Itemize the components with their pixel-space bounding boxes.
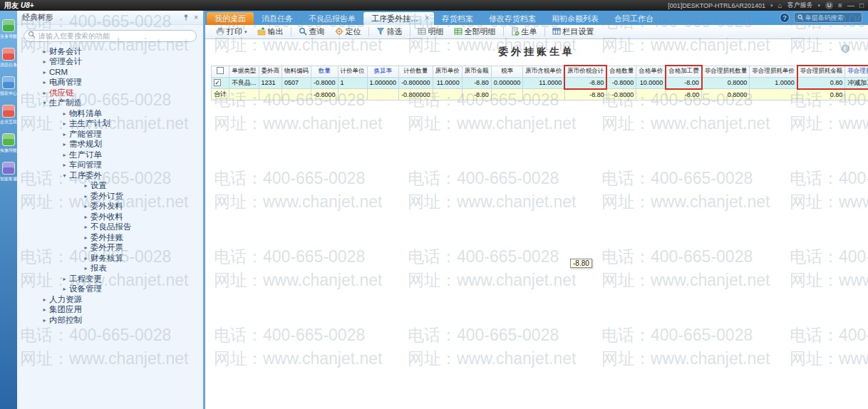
menu-icon[interactable]: ≡ (838, 1, 842, 9)
table-cell[interactable]: 1231 (259, 77, 282, 89)
chevron-right-icon[interactable]: ▸ (40, 90, 49, 96)
column-header[interactable]: 非合理损耗数量 (702, 66, 750, 77)
tree-item[interactable]: ▸委外订货 (17, 191, 203, 202)
chevron-right-icon[interactable]: ▸ (40, 79, 49, 86)
row-checkbox[interactable]: ✓ (214, 79, 221, 86)
tree-item[interactable]: ▾生产制造 (17, 98, 203, 109)
tab-desktop[interactable]: 我的桌面 (207, 12, 254, 25)
chevron-right-icon[interactable]: ▸ (60, 141, 69, 147)
table-cell[interactable]: 1.0000 (750, 77, 797, 89)
tree-item[interactable]: ▾工序委外 (17, 170, 203, 181)
column-header[interactable]: 原币单价 (433, 66, 462, 77)
table-cell[interactable]: -8.80 (564, 77, 606, 89)
chevron-right-icon[interactable]: ▸ (81, 244, 91, 251)
chevron-right-icon[interactable]: ▸ (40, 48, 49, 55)
table-cell[interactable]: -8.80 (462, 77, 491, 89)
chevron-right-icon[interactable]: ▸ (81, 255, 91, 262)
table-cell[interactable]: 冲减加工费（-） (845, 77, 868, 89)
table-cell[interactable]: -0.8000 (606, 77, 636, 89)
customer-service-link[interactable]: 客户服务 (787, 1, 813, 10)
chevron-down-icon[interactable]: ▾ (40, 100, 49, 106)
tree-item[interactable]: ▸内部控制 (17, 315, 203, 326)
column-header[interactable]: 原币金额 (462, 66, 491, 77)
tab-item[interactable]: 期初余额列表 (544, 12, 606, 25)
table-cell[interactable]: 1.000000 (367, 77, 399, 89)
all-detail-button[interactable]: 全部明细 (449, 26, 501, 38)
tree-item[interactable]: ▸委外发料 (17, 202, 203, 212)
chevron-right-icon[interactable]: ▸ (60, 286, 69, 292)
tree-item[interactable]: ▸管理会计 (17, 57, 203, 68)
table-cell[interactable]: 11.0000 (523, 77, 565, 89)
table-cell[interactable]: 不良品... (229, 77, 259, 89)
tree-item[interactable]: ▸需求规划 (17, 140, 203, 150)
column-header[interactable]: 计价数量 (399, 66, 433, 77)
column-header[interactable]: 原币价税合计 (564, 66, 606, 77)
locate-button[interactable]: 定位 (330, 26, 366, 38)
chevron-right-icon[interactable]: ▸ (40, 69, 49, 76)
table-cell[interactable]: -0.8000 (311, 77, 339, 89)
tree-item[interactable]: ▸工程变更 (17, 274, 203, 284)
tree-item[interactable]: ▸供应链 (17, 88, 203, 98)
column-header[interactable]: 计价单位 (338, 66, 367, 77)
table-cell[interactable]: 11.0000 (433, 77, 462, 89)
chevron-right-icon[interactable]: ▸ (60, 162, 69, 168)
table-cell[interactable]: 0507 (282, 77, 311, 89)
function-search-input[interactable] (24, 30, 197, 42)
tree-item[interactable]: ▸主生产计划 (17, 119, 203, 130)
chevron-down-icon[interactable]: ▾ (60, 172, 69, 179)
tab-item[interactable]: 合同工作台 (606, 12, 661, 25)
select-all-header[interactable] (212, 66, 229, 77)
chevron-right-icon[interactable]: ▸ (81, 182, 91, 189)
column-header[interactable]: 合格数量 (606, 66, 636, 77)
tab-item[interactable]: 不良品报告单 (301, 12, 363, 25)
tree-item[interactable]: ▸人力资源 (17, 294, 203, 305)
header-checkbox[interactable] (217, 67, 224, 74)
chevron-down-icon[interactable]: ▾ (244, 29, 247, 35)
chevron-right-icon[interactable]: ▸ (40, 296, 49, 303)
chevron-right-icon[interactable]: ▸ (60, 120, 69, 127)
tree-item[interactable]: ▸委外开票 (17, 243, 203, 254)
tree-item[interactable]: ▸CRM (17, 67, 203, 78)
tab-item[interactable]: 存货档案 (434, 12, 481, 25)
column-setup-button[interactable]: 栏目设置 (547, 26, 599, 38)
column-header[interactable]: 单据类型 (229, 66, 259, 77)
tree-item[interactable]: ▸财务会计 (17, 46, 203, 57)
strip-item-report-center[interactable]: 报表中心 (0, 76, 17, 97)
table-cell[interactable]: 10.0000 (636, 77, 666, 89)
table-cell[interactable]: -8.00 (666, 77, 702, 89)
column-header[interactable]: 委外商 (259, 66, 282, 77)
column-header[interactable]: 物料编码 (282, 66, 311, 77)
tree-item[interactable]: ▸委外挂账 (17, 232, 203, 243)
strip-item-smart-service[interactable]: 智能客服 (0, 162, 17, 182)
column-header[interactable]: 换算率 (367, 66, 399, 77)
tree-item[interactable]: ▸设备管理 (17, 284, 203, 295)
tree-item[interactable]: ▸产能管理 (17, 129, 203, 140)
table-cell[interactable]: 0.8000 (702, 77, 750, 89)
table-cell[interactable]: 0.80 (797, 77, 845, 89)
table-cell[interactable]: 0.000000 (491, 77, 523, 89)
home-icon[interactable]: ⌂ (778, 1, 782, 9)
chevron-right-icon[interactable]: ▸ (81, 224, 91, 230)
chevron-right-icon[interactable]: ▸ (81, 203, 91, 209)
table-cell[interactable]: 1 (338, 77, 367, 89)
column-header[interactable]: 非合理损耗金额 (797, 66, 845, 77)
column-header[interactable]: 数量 (311, 66, 339, 77)
service-caret-icon[interactable]: ▾ (818, 3, 821, 9)
chevron-right-icon[interactable]: ▸ (60, 110, 69, 117)
barcode-search-input[interactable] (805, 14, 859, 21)
table-cell[interactable]: ✓ (212, 77, 229, 89)
user-caret-icon[interactable]: ▾ (770, 3, 773, 9)
tree-item[interactable]: ▸报表 (17, 264, 203, 274)
table-cell[interactable]: -0.800000 (399, 77, 433, 89)
maximize-button[interactable]: □ (859, 1, 864, 9)
minimize-button[interactable]: — (847, 1, 854, 9)
tab-active[interactable]: 工序委外挂…× (363, 12, 434, 25)
strip-item-message-task[interactable]: 消息任务 (0, 48, 17, 68)
chevron-right-icon[interactable]: ▸ (40, 58, 49, 65)
grid-settings-icon[interactable] (842, 45, 849, 53)
chevron-right-icon[interactable]: ▸ (81, 234, 91, 241)
sidebar-close-icon[interactable]: × (194, 14, 198, 21)
column-header[interactable]: 非合理损耗单价 (750, 66, 797, 77)
column-header[interactable]: 非合理损耗处理方式 (845, 66, 868, 77)
column-header[interactable]: 合格单价 (636, 66, 666, 77)
